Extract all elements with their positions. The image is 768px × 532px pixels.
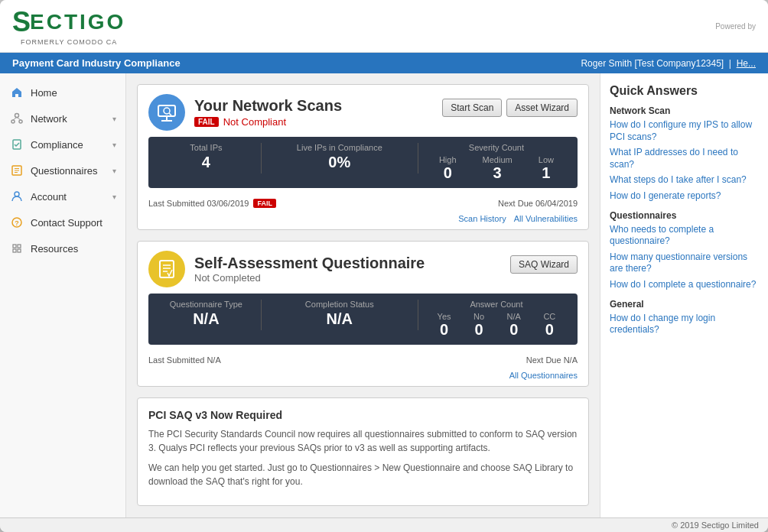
svg-point-20 [164,108,170,114]
qa-link-login-credentials[interactable]: How do I change my login credentials? [610,313,759,336]
saq-links: All Questionnaires [138,369,588,386]
quick-answers-panel: Quick Answers Network Scan How do I conf… [600,73,768,517]
saq-stats-table: Questionnaire Type N/A Completion Status… [148,294,578,345]
live-ips-col: Live IPs in Compliance 0% [269,143,410,182]
qa-link-ip-addresses[interactable]: What IP addresses do I need to scan? [610,147,759,170]
saq-completion-col: Completion Status N/A [269,300,410,339]
sidebar: Home Network ▾ [0,73,126,517]
svg-point-0 [15,114,19,118]
support-icon: ? [9,215,24,230]
chevron-down-icon: ▾ [112,167,116,175]
qa-link-how-complete[interactable]: How do I complete a questionnaire? [610,279,759,291]
svg-text:?: ? [15,219,19,227]
network-scans-footer: Last Submitted 03/06/2019 FAIL Next Due … [138,194,588,212]
footer-fail-badge: FAIL [253,199,276,208]
saq-title-area: Self-Assessment Questionnaire Not Comple… [194,255,425,284]
start-scan-button[interactable]: Start Scan [442,99,502,117]
svg-rect-15 [18,245,21,248]
network-scans-card: Your Network Scans FAIL Not Compliant St… [137,84,589,230]
logo-bar: S ECTIGO FORMERLY COMODO CA Powered by [0,0,768,53]
network-stats-table: Total IPs 4 Live IPs in Compliance 0% Se… [148,137,578,188]
qa-link-ips-config[interactable]: How do I configure my IPS to allow PCI s… [610,119,759,143]
asset-wizard-button[interactable]: Asset Wizard [506,99,578,117]
saq-buttons: SAQ Wizard [510,255,578,274]
saq-card: Self-Assessment Questionnaire Not Comple… [137,241,589,387]
fail-badge: FAIL [194,117,219,127]
questionnaire-icon [9,163,24,178]
na-col: N/A 0 [507,312,521,339]
saq-type-col: Questionnaire Type N/A [159,300,253,339]
not-compliant-text: Not Compliant [223,116,286,128]
network-scans-links: Scan History All Vulnerabilities [138,212,588,229]
saq-answer-col: Answer Count Yes 0 No 0 [426,300,567,339]
logo-s-icon: S [12,6,30,38]
pci-notice-para2: We can help you get started. Just go to … [148,461,578,488]
total-ips-col: Total IPs 4 [159,143,253,182]
logo: S ECTIGO [12,6,125,38]
severity-count-label: Severity Count [426,143,567,152]
sidebar-item-compliance[interactable]: Compliance ▾ [0,131,125,157]
saq-header-left: Self-Assessment Questionnaire Not Comple… [148,251,425,287]
answer-count-label: Answer Count [426,300,567,309]
svg-rect-16 [18,249,21,252]
footer-bar: © 2019 Sectigo Limited [0,517,768,532]
sidebar-item-resources[interactable]: Resources [0,235,125,261]
app-window: S ECTIGO FORMERLY COMODO CA Powered by P… [0,0,768,532]
medium-sev-col: Medium 3 [483,155,513,182]
sidebar-item-contact-support[interactable]: ? Contact Support [0,209,125,235]
saq-stats-row: Questionnaire Type N/A Completion Status… [159,300,567,339]
sidebar-item-network[interactable]: Network ▾ [0,105,125,131]
pci-notice-para1: The PCI Security Standards Council now r… [148,427,578,455]
qa-link-how-many-versions[interactable]: How many questionnaire versions are ther… [610,251,759,275]
pci-notice-title: PCI SAQ v3 Now Required [148,409,578,421]
sidebar-item-home[interactable]: Home [0,79,125,105]
svg-point-2 [19,120,22,123]
answer-values: Yes 0 No 0 N/A 0 [426,312,567,339]
sidebar-item-questionnaires[interactable]: Questionnaires ▾ [0,157,125,183]
main-layout: Home Network ▾ [0,73,768,517]
cc-col: CC 0 [543,312,555,339]
saq-card-icon [148,251,185,287]
home-icon [9,85,24,100]
chevron-down-icon: ▾ [112,115,116,123]
saq-wizard-button[interactable]: SAQ Wizard [510,255,578,274]
saq-title: Self-Assessment Questionnaire [194,255,425,272]
high-sev-col: High 0 [439,155,457,182]
svg-rect-13 [13,245,16,248]
logo-area: S ECTIGO FORMERLY COMODO CA [12,6,125,46]
saq-divider-1 [261,300,262,330]
stats-divider-1 [261,143,262,174]
copyright-text: © 2019 Sectigo Limited [672,521,759,530]
severity-col: Severity Count High 0 Medium 3 [426,143,567,182]
all-questionnaires-link[interactable]: All Questionnaires [509,371,578,380]
qa-link-who-complete[interactable]: Who needs to complete a questionnaire? [610,224,759,248]
qa-link-after-scan[interactable]: What steps do I take after I scan? [610,174,759,187]
nav-title: Payment Card Industry Compliance [12,57,181,69]
svg-rect-14 [13,249,16,252]
quick-answers-title: Quick Answers [610,84,759,98]
sidebar-item-account[interactable]: Account ▾ [0,183,125,209]
svg-rect-22 [160,261,174,277]
logo-formerly: FORMERLY COMODO CA [12,38,125,46]
scan-history-link[interactable]: Scan History [458,214,506,223]
network-scan-card-icon [148,94,185,131]
resources-icon [9,241,24,256]
last-submitted-area: Last Submitted 03/06/2019 FAIL [148,199,276,208]
network-scans-buttons: Start Scan Asset Wizard [442,99,578,117]
compliance-icon [9,137,24,152]
pci-notice-card: PCI SAQ v3 Now Required The PCI Security… [137,397,589,506]
chevron-down-icon: ▾ [112,193,116,201]
saq-header: Self-Assessment Questionnaire Not Comple… [138,242,588,294]
network-scans-title-area: Your Network Scans FAIL Not Compliant [194,97,342,128]
logo-ectigo: ECTIGO [30,10,125,34]
network-scans-header: Your Network Scans FAIL Not Compliant St… [138,85,588,137]
qa-link-reports[interactable]: How do I generate reports? [610,190,759,203]
all-vulnerabilities-link[interactable]: All Vulnerabilities [514,214,578,223]
saq-divider-2 [418,300,418,330]
powered-by-text: Powered by [715,22,756,31]
help-link[interactable]: He... [737,58,756,69]
svg-line-3 [13,118,17,121]
svg-line-21 [169,113,171,115]
yes-col: Yes 0 [438,312,451,339]
stats-divider-2 [418,143,418,174]
